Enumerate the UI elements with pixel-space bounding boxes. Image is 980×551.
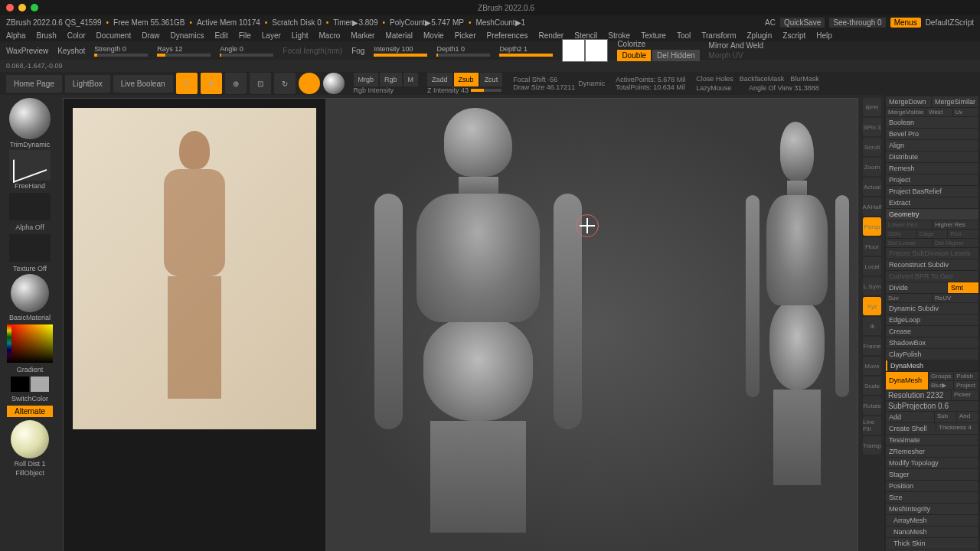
boolean-button[interactable]: Boolean xyxy=(886,117,978,128)
rotate-tool-icon[interactable]: ↻ xyxy=(274,73,296,94)
menu-dynamics[interactable]: Dynamics xyxy=(171,31,204,40)
focalshift-label[interactable]: Focal Shift -56 xyxy=(513,76,575,83)
menu-layer[interactable]: Layer xyxy=(262,31,281,40)
double-button[interactable]: Double xyxy=(617,50,651,61)
liveboolean-button[interactable]: Live Boolean xyxy=(113,75,173,93)
distribute-button[interactable]: Distribute xyxy=(886,152,978,162)
homepage-button[interactable]: Home Page xyxy=(6,75,62,93)
transp-button[interactable]: Transp xyxy=(863,436,881,455)
material-preview[interactable] xyxy=(11,274,49,312)
align-button[interactable]: Align xyxy=(886,140,978,151)
lazymouse-button[interactable]: LazyMouse xyxy=(696,84,731,92)
switchcolor-button[interactable]: SwitchColor xyxy=(3,395,57,403)
project-dyna-button[interactable]: Project xyxy=(954,381,978,390)
thickskin-button[interactable]: Thick Skin xyxy=(886,538,978,549)
menu-transform[interactable]: Transform xyxy=(701,31,736,40)
sub-button[interactable]: Sub xyxy=(935,412,956,422)
crease-button[interactable]: Crease xyxy=(886,326,978,337)
stager-button[interactable]: Stager xyxy=(886,469,978,480)
menu-document[interactable]: Document xyxy=(96,31,132,40)
project-button[interactable]: Project xyxy=(886,174,978,185)
menu-picker[interactable]: Picker xyxy=(455,31,476,40)
linefill-button[interactable]: Line Fill xyxy=(863,416,881,435)
zadd-button[interactable]: Zadd xyxy=(427,73,452,86)
claypolish-button[interactable]: ClayPolish xyxy=(886,349,978,360)
close-window-icon[interactable] xyxy=(6,4,14,11)
tessimate-button[interactable]: Tessimate xyxy=(886,435,978,445)
weld-button[interactable]: Weld xyxy=(926,108,952,116)
scale-button[interactable]: Scale xyxy=(863,377,881,395)
spix-button[interactable]: SPix 3 xyxy=(863,118,881,136)
suv-button[interactable]: Suv xyxy=(886,294,932,302)
menu-zplugin[interactable]: Zplugin xyxy=(747,31,773,40)
menu-texture[interactable]: Texture xyxy=(641,31,666,40)
freeze-button[interactable]: Freeze SubDivision Levels xyxy=(886,248,978,259)
rays-slider[interactable]: Rays 12 xyxy=(157,45,211,57)
projectbasrelief-button[interactable]: Project BasRelief xyxy=(886,186,978,197)
quicksave-button[interactable]: QuickSave xyxy=(780,18,825,28)
rstr-button[interactable]: Rstr xyxy=(948,230,978,238)
move-button[interactable]: Move xyxy=(863,357,881,375)
bevelpro-button[interactable]: Bevel Pro xyxy=(886,129,978,139)
minimize-window-icon[interactable] xyxy=(18,4,26,11)
aahalf-button[interactable]: AAHalf xyxy=(863,197,881,216)
defaultzscript-button[interactable]: DefaultZScript xyxy=(926,18,974,27)
geometry-header[interactable]: Geometry xyxy=(886,209,978,220)
canvas[interactable] xyxy=(63,98,858,551)
menu-draw[interactable]: Draw xyxy=(142,31,159,40)
frame-button[interactable]: Frame xyxy=(863,337,881,355)
menu-preferences[interactable]: Preferences xyxy=(486,31,528,40)
local-button[interactable]: Local xyxy=(863,257,881,276)
zcut-button[interactable]: Zcut xyxy=(480,73,503,86)
maximize-window-icon[interactable] xyxy=(31,4,38,11)
depth1-slider[interactable]: Depth1 0 xyxy=(436,45,490,57)
zoom-button[interactable]: Zoom xyxy=(863,158,881,176)
size-button[interactable]: Size xyxy=(886,492,978,503)
keyshot-button[interactable]: Keyshot xyxy=(57,47,85,55)
uv-button[interactable]: Uv xyxy=(953,108,978,116)
texture-preview[interactable] xyxy=(9,234,51,262)
menu-help[interactable]: Help xyxy=(816,31,832,40)
strength-slider[interactable]: Strength 0 xyxy=(94,45,148,57)
m-button[interactable]: M xyxy=(403,73,419,86)
rolldist-label[interactable]: Roll Dist 1 xyxy=(3,460,57,468)
reconstruct-button[interactable]: Reconstruct Subdiv xyxy=(886,259,978,270)
menu-zscript[interactable]: Zscript xyxy=(782,31,805,40)
closeholes-button[interactable]: Close Holes xyxy=(696,75,733,83)
remesh-button[interactable]: Remesh xyxy=(886,163,978,174)
angleofview-label[interactable]: Angle Of View 31.3888 xyxy=(749,84,819,92)
scale-tool-icon[interactable]: ⊡ xyxy=(250,73,271,94)
dynamicsubdiv-button[interactable]: Dynamic Subdiv xyxy=(886,303,978,314)
persp-button[interactable]: Persp xyxy=(863,217,881,236)
menu-tool[interactable]: Tool xyxy=(677,31,691,40)
menu-stencil[interactable]: Stencil xyxy=(574,31,597,40)
dynamic-button[interactable]: Dynamic xyxy=(578,80,605,87)
alternate-button[interactable]: Alternate xyxy=(7,406,53,417)
menu-marker[interactable]: Marker xyxy=(351,31,374,40)
menu-macro[interactable]: Macro xyxy=(319,31,341,40)
nanomesh-button[interactable]: NanoMesh xyxy=(886,527,978,537)
menu-alpha[interactable]: Alpha xyxy=(6,31,26,40)
zremesher-button[interactable]: ZRemesher xyxy=(886,446,978,457)
bpr-button[interactable]: BPR xyxy=(863,98,881,116)
alpha-preview[interactable] xyxy=(9,193,51,220)
edit-tool-icon[interactable]: ✎ xyxy=(176,73,198,94)
menu-color[interactable]: Color xyxy=(67,31,86,40)
picker-button[interactable]: Picker xyxy=(952,390,978,400)
reuv-button[interactable]: ReUV xyxy=(933,294,978,302)
colorize-button[interactable]: Colorize xyxy=(617,40,699,48)
cage-button[interactable]: Cage xyxy=(917,230,948,238)
backfacemask-button[interactable]: BackfaceMask xyxy=(740,75,785,83)
menus-button[interactable]: Menus xyxy=(890,18,921,28)
createshell-button[interactable]: Create Shell xyxy=(886,423,936,434)
floor-button[interactable]: Floor xyxy=(863,237,881,256)
dynamesh-header[interactable]: DynaMesh xyxy=(886,360,978,371)
resolution-slider[interactable]: Resolution 2232 xyxy=(886,390,951,400)
fog-button[interactable]: Fog xyxy=(351,47,364,55)
secondary-color-swatch[interactable] xyxy=(31,377,49,392)
mergevisible-button[interactable]: MergeVisible xyxy=(886,108,926,116)
add-button[interactable]: Add xyxy=(886,412,934,422)
center-button[interactable]: ⊕ xyxy=(863,317,881,335)
menu-render[interactable]: Render xyxy=(538,31,564,40)
groups-button[interactable]: Groups xyxy=(929,372,953,380)
